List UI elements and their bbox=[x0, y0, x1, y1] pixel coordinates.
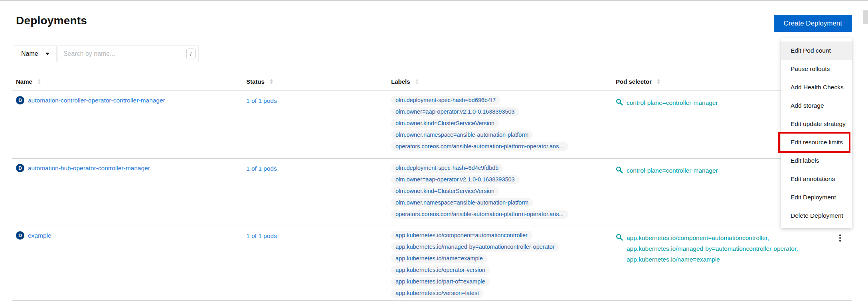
menu-item-edit-pod-count[interactable]: Edit Pod count bbox=[781, 41, 852, 60]
column-header-labels-label: Labels bbox=[391, 78, 410, 85]
pod-selector-line: app.kubernetes.io/component=automationco… bbox=[627, 232, 798, 243]
search-icon bbox=[616, 234, 623, 241]
labels-group: app.kubernetes.io/component=automationco… bbox=[391, 231, 559, 300]
filter-toolbar: Name / bbox=[14, 45, 199, 62]
menu-item-add-storage[interactable]: Add storage bbox=[781, 96, 852, 115]
pod-selector-cell: app.kubernetes.io/component=automationco… bbox=[616, 232, 798, 265]
table-header-row: Name ↕ Status ↕ Labels ↕ Pod selector ↕ bbox=[12, 78, 852, 91]
name-cell: D automation-controller-operator-control… bbox=[16, 96, 165, 104]
vertical-scrollbar-thumb[interactable] bbox=[863, 10, 868, 24]
pods-status-link[interactable]: 1 of 1 pods bbox=[246, 232, 277, 239]
deployment-kind-badge: D bbox=[16, 164, 24, 172]
pod-selector-line: app.kubernetes.io/name=example bbox=[627, 254, 798, 265]
sort-icon: ↕ bbox=[415, 78, 420, 85]
labels-group: olm.deployment-spec-hash=bd696b4f7olm.ow… bbox=[391, 96, 568, 153]
menu-item-edit-resource-limits[interactable]: Edit resource limits bbox=[781, 133, 852, 152]
menu-item-edit-update-strategy[interactable]: Edit update strategy bbox=[781, 115, 852, 133]
keyboard-shortcut-badge: / bbox=[186, 49, 196, 59]
label-chip[interactable]: olm.owner.kind=ClusterServiceVersion bbox=[391, 119, 499, 128]
label-chip[interactable]: app.kubernetes.io/managed-by=automationc… bbox=[391, 242, 559, 252]
pod-selector-links: control-plane=controller-manager bbox=[627, 165, 718, 176]
sort-icon: ↕ bbox=[37, 78, 42, 85]
pod-selector-line: app.kubernetes.io/managed-by=automationc… bbox=[627, 243, 798, 254]
deployments-table: Name ↕ Status ↕ Labels ↕ Pod selector ↕ … bbox=[12, 78, 852, 301]
label-chip[interactable]: olm.deployment-spec-hash=6d4c9fdbdb bbox=[391, 163, 503, 173]
pod-selector-cell: control-plane=controller-manager bbox=[616, 97, 718, 108]
label-chip[interactable]: app.kubernetes.io/operator-version bbox=[391, 266, 490, 275]
label-chip[interactable]: olm.owner.namespace=ansible-automation-p… bbox=[391, 198, 533, 207]
pod-selector-link[interactable]: control-plane=controller-manager bbox=[627, 99, 718, 106]
label-chip[interactable]: app.kubernetes.io/version=latest bbox=[391, 289, 483, 298]
pod-selector-link[interactable]: app.kubernetes.io/name=example bbox=[627, 256, 720, 263]
menu-item-pause-rollouts[interactable]: Pause rollouts bbox=[781, 60, 852, 78]
label-chip[interactable]: app.kubernetes.io/part-of=example bbox=[391, 277, 490, 286]
column-header-name[interactable]: Name ↕ bbox=[16, 78, 42, 85]
column-header-name-label: Name bbox=[16, 78, 32, 85]
pods-status-link[interactable]: 1 of 1 pods bbox=[246, 97, 277, 104]
kebab-dot bbox=[839, 237, 841, 239]
column-header-labels[interactable]: Labels ↕ bbox=[391, 78, 419, 85]
sort-icon: ↕ bbox=[656, 78, 661, 85]
labels-group: olm.deployment-spec-hash=6d4c9fdbdbolm.o… bbox=[391, 163, 568, 221]
search-icon bbox=[616, 98, 623, 106]
pod-selector-links: control-plane=controller-manager bbox=[627, 97, 718, 108]
sort-icon: ↕ bbox=[269, 78, 274, 85]
pod-selector-link[interactable]: app.kubernetes.io/managed-by=automationc… bbox=[627, 245, 798, 252]
label-chip[interactable]: operators.coreos.com/ansible-automation-… bbox=[391, 210, 568, 219]
menu-item-edit-annotations[interactable]: Edit annotations bbox=[781, 170, 852, 188]
menu-item-add-health-checks[interactable]: Add Health Checks bbox=[781, 78, 852, 96]
label-chip[interactable]: olm.owner=aap-operator.v2.1.0-0.16383935… bbox=[391, 107, 519, 116]
search-icon bbox=[616, 166, 623, 173]
top-divider bbox=[0, 0, 868, 1]
status-cell: 1 of 1 pods bbox=[246, 165, 277, 172]
pod-selector-line: control-plane=controller-manager bbox=[627, 165, 718, 176]
caret-down-icon bbox=[45, 53, 49, 55]
table-body: D automation-controller-operator-control… bbox=[12, 91, 852, 301]
deployment-name-link[interactable]: automation-controller-operator-controlle… bbox=[28, 97, 165, 104]
column-header-status-label: Status bbox=[246, 78, 265, 85]
label-chip[interactable]: olm.owner.kind=ClusterServiceVersion bbox=[391, 187, 499, 196]
deployment-kind-badge: D bbox=[16, 96, 24, 104]
page-title: Deployments bbox=[16, 14, 87, 27]
label-chip[interactable]: olm.owner.namespace=ansible-automation-p… bbox=[391, 130, 533, 140]
pod-selector-links: app.kubernetes.io/component=automationco… bbox=[627, 232, 798, 265]
actions-dropdown-menu: Edit Pod countPause rolloutsAdd Health C… bbox=[781, 38, 852, 228]
label-chip[interactable]: olm.deployment-spec-hash=bd696b4f7 bbox=[391, 96, 500, 105]
pod-selector-line: control-plane=controller-manager bbox=[627, 97, 718, 108]
label-chip[interactable]: operators.coreos.com/ansible-automation-… bbox=[391, 142, 568, 151]
menu-item-edit-labels[interactable]: Edit labels bbox=[781, 152, 852, 170]
name-cell: D example bbox=[16, 231, 51, 240]
pod-selector-link[interactable]: control-plane=controller-manager bbox=[627, 167, 718, 174]
table-row: D automation-controller-operator-control… bbox=[12, 91, 852, 159]
menu-item-delete-deployment[interactable]: Delete Deployment bbox=[781, 207, 852, 225]
filter-type-label: Name bbox=[21, 50, 38, 57]
pod-selector-link[interactable]: app.kubernetes.io/component=automationco… bbox=[627, 234, 769, 241]
status-cell: 1 of 1 pods bbox=[246, 97, 277, 104]
menu-item-edit-deployment[interactable]: Edit Deployment bbox=[781, 188, 852, 207]
column-header-pod-selector-label: Pod selector bbox=[616, 78, 652, 85]
deployment-kind-badge: D bbox=[16, 231, 24, 240]
kebab-dot bbox=[839, 240, 841, 242]
label-chip[interactable]: olm.owner=aap-operator.v2.1.0-0.16383935… bbox=[391, 175, 519, 184]
name-cell: D automation-hub-operator-controller-man… bbox=[16, 164, 150, 172]
filter-type-dropdown[interactable]: Name bbox=[14, 45, 57, 62]
deployment-name-link[interactable]: automation-hub-operator-controller-manag… bbox=[28, 165, 150, 172]
label-chip[interactable]: app.kubernetes.io/component=automationco… bbox=[391, 231, 532, 240]
table-row: D automation-hub-operator-controller-man… bbox=[12, 159, 852, 226]
pods-status-link[interactable]: 1 of 1 pods bbox=[246, 165, 277, 172]
table-row: D example 1 of 1 pods app.kubernetes.io/… bbox=[12, 226, 852, 301]
kebab-menu-button[interactable] bbox=[835, 232, 845, 244]
search-input[interactable] bbox=[58, 46, 198, 62]
deployment-name-link[interactable]: example bbox=[28, 232, 51, 239]
status-cell: 1 of 1 pods bbox=[246, 232, 277, 240]
column-header-pod-selector[interactable]: Pod selector ↕ bbox=[616, 78, 661, 85]
search-field: / bbox=[57, 45, 199, 62]
label-chip[interactable]: app.kubernetes.io/name=example bbox=[391, 254, 487, 263]
kebab-dot bbox=[839, 234, 841, 236]
pod-selector-cell: control-plane=controller-manager bbox=[616, 165, 718, 176]
column-header-status[interactable]: Status ↕ bbox=[246, 78, 274, 85]
create-deployment-button[interactable]: Create Deployment bbox=[774, 15, 852, 32]
